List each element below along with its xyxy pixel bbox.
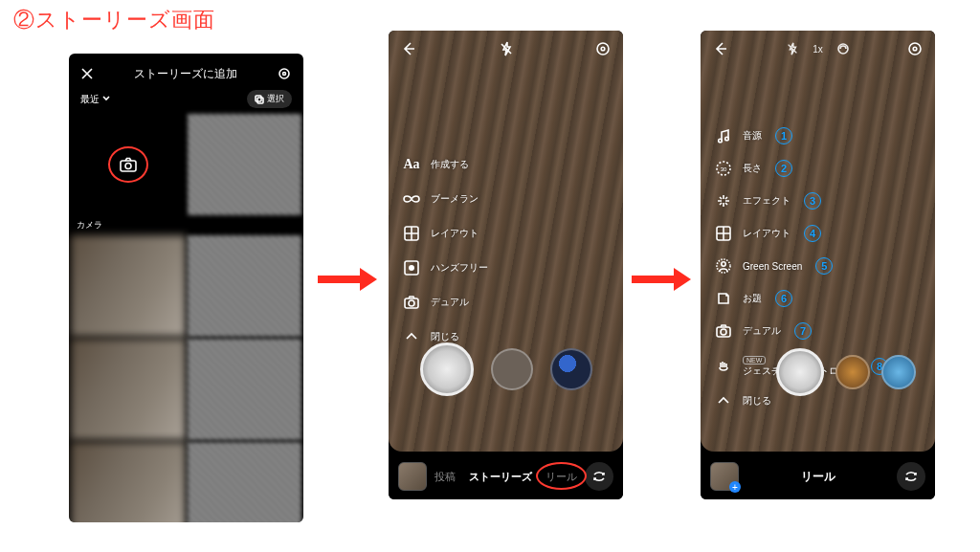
tool-create[interactable]: Aa 作成する — [402, 155, 488, 174]
svg-point-15 — [913, 47, 917, 51]
close-icon[interactable] — [80, 67, 94, 80]
timer-30-icon: 30 — [714, 159, 733, 178]
media-thumb[interactable] — [71, 235, 186, 337]
infinity-icon — [402, 189, 421, 209]
media-thumb[interactable] — [188, 235, 302, 337]
tab-stories[interactable]: ストーリーズ — [469, 470, 532, 484]
settings-icon[interactable] — [277, 66, 292, 81]
recent-dropdown[interactable]: 最近 — [80, 93, 110, 106]
camera-tile[interactable] — [71, 114, 186, 215]
music-icon — [714, 126, 733, 145]
shutter-button[interactable] — [420, 342, 474, 396]
camera-icon — [402, 293, 421, 312]
svg-point-17 — [725, 137, 729, 141]
page-title: ②ストーリーズ画面 — [13, 6, 215, 34]
bottom-bar: 投稿 ストーリーズ リール — [389, 453, 623, 499]
badge-1: 1 — [775, 127, 792, 144]
back-icon[interactable] — [712, 40, 729, 57]
annotation-circle — [108, 146, 148, 183]
svg-point-24 — [721, 329, 726, 335]
camera-swap-button[interactable] — [585, 462, 613, 491]
svg-text:30: 30 — [721, 166, 727, 172]
tool-length[interactable]: 30 長さ 2 — [714, 159, 888, 178]
arrow-right-icon — [632, 268, 691, 291]
flash-icon[interactable] — [498, 40, 515, 57]
svg-point-1 — [283, 73, 286, 76]
shutter-row — [389, 342, 623, 396]
tool-dual[interactable]: デュアル — [402, 293, 488, 312]
gallery-button[interactable] — [398, 462, 427, 491]
tool-dual[interactable]: デュアル 7 — [714, 321, 888, 341]
header-title: ストーリーズに追加 — [134, 66, 237, 82]
effect-preview-2[interactable] — [550, 348, 592, 390]
badge-6: 6 — [775, 290, 792, 307]
settings-icon[interactable] — [594, 40, 612, 57]
camera-viewfinder: Aa 作成する ブーメラン レイアウト ハンズフリー — [389, 31, 623, 452]
badge-3: 3 — [804, 192, 821, 210]
zoom-indicator[interactable]: 1x — [813, 44, 823, 55]
svg-rect-3 — [257, 98, 263, 103]
tool-effect[interactable]: エフェクト 3 — [714, 191, 888, 210]
svg-point-16 — [719, 139, 723, 143]
media-thumb[interactable] — [188, 114, 302, 215]
text-aa-icon: Aa — [402, 155, 421, 174]
layout-grid-icon — [714, 224, 733, 243]
mode-label-reel: リール — [746, 469, 889, 485]
layout-grid-icon — [402, 224, 421, 243]
effect-preview-2[interactable] — [881, 355, 916, 389]
media-thumb[interactable] — [71, 339, 186, 440]
badge-2: 2 — [775, 160, 792, 177]
filter-icon[interactable] — [835, 40, 852, 57]
tool-handsfree[interactable]: ハンズフリー — [402, 258, 488, 277]
bottom-bar: + リール — [701, 453, 935, 499]
sparkle-icon — [714, 191, 733, 210]
media-thumb[interactable] — [71, 442, 186, 522]
svg-point-0 — [279, 69, 289, 78]
person-icon — [714, 256, 733, 276]
media-grid: カメラ — [69, 114, 303, 522]
svg-point-14 — [909, 43, 921, 55]
shutter-button[interactable] — [776, 348, 824, 396]
select-button[interactable]: 選択 — [247, 90, 292, 108]
svg-rect-2 — [256, 96, 261, 101]
camera-viewfinder: 1x 音源 1 30 長さ 2 — [701, 31, 935, 452]
svg-point-6 — [597, 43, 609, 55]
tool-greenscreen[interactable]: Green Screen 5 — [714, 256, 888, 276]
media-thumb[interactable] — [188, 339, 302, 440]
camera-tools: Aa 作成する ブーメラン レイアウト ハンズフリー — [402, 155, 488, 346]
svg-point-10 — [409, 265, 414, 271]
svg-point-12 — [409, 300, 414, 306]
badge-4: 4 — [804, 225, 821, 242]
sticker-icon — [714, 289, 733, 308]
svg-point-21 — [722, 262, 725, 266]
flash-icon[interactable] — [784, 40, 801, 57]
phone-stories-gallery: ストーリーズに追加 最近 選択 カメラ — [69, 54, 303, 522]
tab-reel[interactable]: リール — [546, 470, 577, 484]
plus-icon: + — [729, 481, 741, 493]
shutter-row — [701, 348, 935, 396]
camera-section-label: カメラ — [71, 217, 301, 233]
gallery-button[interactable]: + — [710, 462, 739, 491]
badge-5: 5 — [815, 257, 833, 275]
camera-icon — [714, 321, 733, 341]
tab-post[interactable]: 投稿 — [434, 470, 456, 484]
media-thumb[interactable] — [188, 442, 302, 522]
badge-7: 7 — [794, 322, 812, 340]
tool-layout[interactable]: レイアウト — [402, 224, 488, 243]
camera-swap-button[interactable] — [897, 462, 925, 491]
back-icon[interactable] — [400, 40, 417, 57]
record-circle-icon — [402, 258, 421, 277]
tool-audio[interactable]: 音源 1 — [714, 126, 888, 145]
tool-topic[interactable]: お題 6 — [714, 289, 888, 308]
phone-reels-camera: 1x 音源 1 30 長さ 2 — [701, 31, 935, 499]
effect-preview-1[interactable] — [491, 348, 533, 390]
settings-icon[interactable] — [906, 40, 924, 57]
svg-point-7 — [601, 47, 605, 51]
tool-layout[interactable]: レイアウト 4 — [714, 224, 888, 243]
effect-preview-1[interactable] — [835, 355, 870, 389]
annotation-circle — [536, 462, 587, 490]
tool-boomerang[interactable]: ブーメラン — [402, 189, 488, 209]
phone-stories-camera: Aa 作成する ブーメラン レイアウト ハンズフリー — [389, 31, 623, 499]
arrow-right-icon — [318, 268, 377, 291]
